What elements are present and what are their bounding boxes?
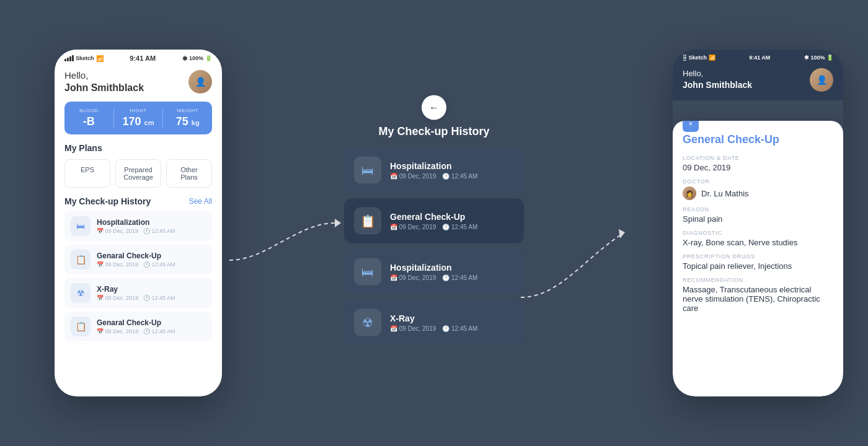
detail-card: × General Check-Up LOCATION & DATE 09 De… [673,121,843,396]
middle-title: My Check-up History [344,125,524,138]
plan-other[interactable]: Other Plans [166,159,212,188]
plan-eps[interactable]: EPS [64,159,110,188]
status-bar-right: ⣿ Sketch 📶 9:41 AM ✱ 100% 🔋 [683,50,833,63]
checkup-icon-m1: 📋 [354,208,381,235]
xray-icon-m3: ☢ [354,309,381,336]
middle-item-0[interactable]: 🛏 Hospitalization 📅 09 Dec, 2019 🕐 12:45… [344,148,524,193]
plans-title: My Plans [64,143,212,153]
status-bar-left: Sketch 📶 9:41 AM ✱ 100% 🔋 [55,50,222,64]
signal-icon [64,55,74,61]
back-button[interactable]: ← [422,95,446,120]
svg-marker-0 [335,219,341,227]
phone-content-left: Hello, John Smithblack 👤 BLOOD -B HIGHT … [55,64,222,355]
middle-section: ← My Check-up History 🛏 Hospitalization … [344,95,524,351]
checkup-icon-1: 📋 [71,250,91,269]
xray-icon: ☢ [71,283,91,303]
history-item-3[interactable]: 📋 Genaral Check-Up 📅 09 Dec, 2019 🕐 12:4… [64,312,212,341]
wifi-icon: 📶 [96,55,104,62]
hosp-icon-0: 🛏 [354,157,381,184]
carrier-label: Sketch [76,55,94,61]
left-phone: Sketch 📶 9:41 AM ✱ 100% 🔋 Hello, John Sm… [55,50,222,396]
history-item-1[interactable]: 📋 Genaral Check-Up 📅 09 Dec, 2019 🕐 12:4… [64,245,212,274]
history-item-2[interactable]: ☢ X-Ray 📅 09 Dec, 2019 🕐 12:45 AM [64,278,212,308]
stat-blood: BLOOD -B [64,108,114,128]
greeting-text: Hello, [64,69,144,82]
user-name: John Smithblack [64,82,144,95]
svg-marker-1 [619,229,625,238]
stats-bar: BLOOD -B HIGHT 170 cm WEIGHT 75 kg [64,102,212,134]
see-all-button[interactable]: See All [189,197,212,206]
avatar[interactable]: 👤 [188,70,212,94]
battery-label: 100% [189,55,203,61]
right-time: 9:41 AM [749,55,770,61]
field-recommendation: RECOMMENDATION Massage, Transcutaneous e… [683,277,833,313]
field-reason: REASON Spinal pain [683,206,833,224]
field-doctor: DOCTOR 👩 Dr. Lu Mathis [683,178,833,200]
history-title: My Check-up History [64,196,151,206]
time-display: 9:41 AM [130,55,156,62]
battery-icon: 🔋 [205,55,212,61]
close-button[interactable]: × [683,121,699,132]
middle-item-3[interactable]: ☢ X-Ray 📅 09 Dec, 2019 🕐 12:45 AM [344,300,524,345]
right-greeting: Hello, John Smithblack 👤 [683,63,833,100]
hosp-icon-2: 🛏 [354,258,381,286]
stat-weight: WEIGHT 75 kg [163,108,212,128]
field-prescription: PRESCRIPTION DRUGS Topical pain reliever… [683,253,833,271]
field-diagnostic: DIAGNOSTIC X-ray, Bone scan, Nerve studi… [683,230,833,247]
hospitalization-icon: 🛏 [71,216,91,236]
field-location: LOCATION & DATE 09 Dec, 2019 [683,155,833,172]
right-phone: ⣿ Sketch 📶 9:41 AM ✱ 100% 🔋 Hello, John … [673,50,843,396]
middle-item-1[interactable]: 📋 General Check-Up 📅 09 Dec, 2019 🕐 12:4… [344,199,524,243]
history-header: My Check-up History See All [64,196,212,206]
bluetooth-icon: ✱ [182,55,187,62]
right-carrier: ⣿ Sketch 📶 [683,55,715,61]
history-item-0[interactable]: 🛏 Hospitalization 📅 09 Dec, 2019 🕐 12:45… [64,211,212,241]
checkup-icon-3: 📋 [71,317,91,336]
middle-item-2[interactable]: 🛏 Hospitalization 📅 09 Dec, 2019 🕐 12:45… [344,250,524,294]
detail-title: General Check-Up [683,133,833,146]
plan-prepared[interactable]: Prepared Coverage [115,159,161,188]
right-avatar[interactable]: 👤 [810,68,833,92]
stat-height: HIGHT 170 cm [114,108,164,128]
app-header: Hello, John Smithblack 👤 [64,64,212,102]
detail-header: ⣿ Sketch 📶 9:41 AM ✱ 100% 🔋 Hello, John … [673,50,843,100]
doctor-avatar: 👩 [683,186,696,200]
plans-row: EPS Prepared Coverage Other Plans [64,159,212,188]
